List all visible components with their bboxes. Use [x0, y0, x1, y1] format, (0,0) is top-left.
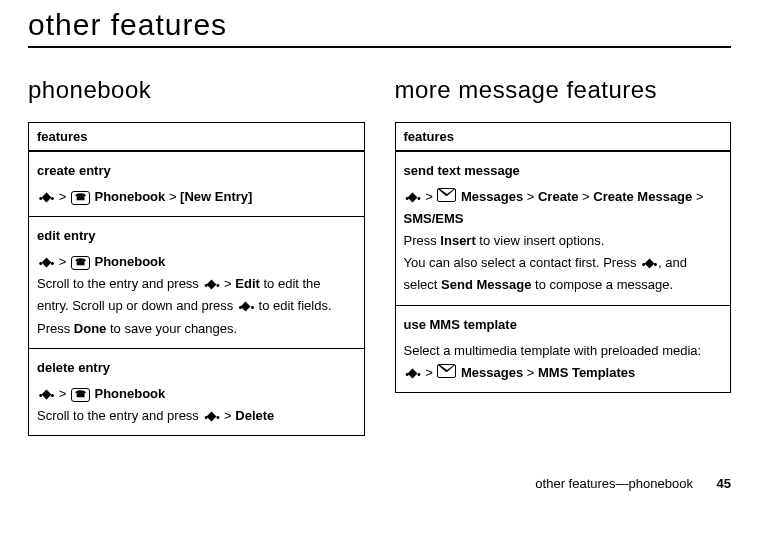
phonebook-app-icon: ☎	[71, 256, 90, 270]
text: to view insert options.	[476, 233, 605, 248]
gt: >	[59, 254, 67, 269]
label-messages: Messages	[461, 365, 523, 380]
body-text: Press Insert to view insert options.	[404, 230, 723, 252]
label-phonebook: Phonebook	[94, 386, 165, 401]
phonebook-table: features create entry > ☎ Phonebook > [N…	[28, 122, 365, 436]
center-key-icon	[37, 189, 55, 208]
center-key-icon	[404, 189, 422, 208]
body-text: Scroll to the entry and press > Delete	[37, 405, 356, 427]
center-key-icon	[37, 254, 55, 273]
entry-title: create entry	[37, 160, 356, 182]
center-key-icon	[640, 255, 658, 274]
page-number: 45	[717, 476, 731, 491]
row-delete-entry: delete entry > ☎ Phonebook Scroll to the…	[29, 348, 365, 435]
gt: >	[527, 365, 535, 380]
left-column: phonebook features create entry > ☎ Phon…	[28, 76, 365, 436]
phonebook-app-icon: ☎	[71, 191, 90, 205]
text: You can also select a contact first. Pre…	[404, 255, 641, 270]
gt: >	[59, 189, 67, 204]
nav-path: > ☎ Phonebook	[37, 254, 165, 269]
messages-table: features send text message > Messages > …	[395, 122, 732, 393]
text: Scroll to the entry and press	[37, 276, 202, 291]
label-phonebook: Phonebook	[94, 189, 165, 204]
center-key-icon	[237, 298, 255, 317]
nav-path: > ☎ Phonebook > [New Entry]	[37, 189, 252, 204]
center-key-icon	[202, 408, 220, 427]
label-send-message: Send Message	[441, 277, 531, 292]
label-create: Create	[538, 189, 578, 204]
nav-path: > Messages > Create > Create Message > S…	[404, 189, 704, 226]
row-mms-template: use MMS template Select a multimedia tem…	[395, 305, 731, 392]
center-key-icon	[37, 386, 55, 405]
gt: >	[169, 189, 177, 204]
body-text: You can also select a contact first. Pre…	[404, 252, 723, 296]
gt: >	[582, 189, 590, 204]
messages-app-icon	[437, 188, 456, 202]
row-edit-entry: edit entry > ☎ Phonebook Scroll to the e…	[29, 217, 365, 348]
nav-path: > ☎ Phonebook	[37, 386, 165, 401]
label-insert: Insert	[440, 233, 475, 248]
body-text: Scroll to the entry and press > Edit to …	[37, 273, 356, 339]
gt: >	[425, 365, 433, 380]
body-text: Select a multimedia template with preloa…	[404, 340, 723, 362]
label-done: Done	[74, 321, 107, 336]
gt: >	[59, 386, 67, 401]
entry-title: send text message	[404, 160, 723, 182]
text: to save your changes.	[106, 321, 237, 336]
gt: >	[220, 408, 235, 423]
gt: >	[425, 189, 433, 204]
entry-title: delete entry	[37, 357, 356, 379]
document-page: other features phonebook features create…	[0, 0, 759, 505]
label-mms-templates: MMS Templates	[538, 365, 635, 380]
label-sms-ems: SMS/EMS	[404, 211, 464, 226]
center-key-icon	[404, 365, 422, 384]
right-column: more message features features send text…	[395, 76, 732, 393]
row-send-text-message: send text message > Messages > Create > …	[395, 151, 731, 305]
page-footer: other features—phonebook 45	[28, 476, 731, 491]
label-delete: Delete	[235, 408, 274, 423]
gt: >	[696, 189, 704, 204]
phonebook-app-icon: ☎	[71, 388, 90, 402]
title-rule	[28, 46, 731, 48]
page-title: other features	[28, 8, 731, 42]
section-heading-phonebook: phonebook	[28, 76, 365, 104]
table-header: features	[395, 123, 731, 152]
text: Press	[404, 233, 441, 248]
entry-title: use MMS template	[404, 314, 723, 336]
columns: phonebook features create entry > ☎ Phon…	[28, 76, 731, 436]
gt: >	[527, 189, 535, 204]
text: Scroll to the entry and press	[37, 408, 202, 423]
gt: >	[220, 276, 235, 291]
table-header: features	[29, 123, 365, 152]
entry-title: edit entry	[37, 225, 356, 247]
label-create-message: Create Message	[593, 189, 692, 204]
label-new-entry: [New Entry]	[180, 189, 252, 204]
label-edit: Edit	[235, 276, 260, 291]
footer-text: other features—phonebook	[535, 476, 693, 491]
text: to compose a message.	[531, 277, 673, 292]
center-key-icon	[202, 276, 220, 295]
messages-app-icon	[437, 364, 456, 378]
section-heading-messages: more message features	[395, 76, 732, 104]
row-create-entry: create entry > ☎ Phonebook > [New Entry]	[29, 151, 365, 217]
label-phonebook: Phonebook	[94, 254, 165, 269]
label-messages: Messages	[461, 189, 523, 204]
nav-path: > Messages > MMS Templates	[404, 365, 636, 380]
